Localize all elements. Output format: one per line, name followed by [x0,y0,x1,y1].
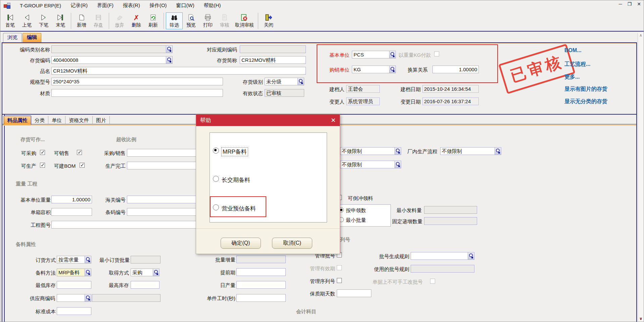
subtab-unit[interactable]: 单位 [48,116,65,125]
lookup-icon[interactable] [85,294,91,301]
trade-unit-field[interactable]: KG [352,66,396,73]
lookup-icon[interactable] [395,161,401,168]
base-weight-field[interactable]: 1.00000 [51,196,92,203]
factory-flow-field[interactable]: 不做限制 [440,147,501,155]
long-lead-option-label[interactable]: 长交期备料 [222,176,250,184]
menu-report[interactable]: 报表(R) [123,2,140,9]
menu-record[interactable]: 记录(R) [71,2,88,9]
more-link[interactable]: 更多... [564,74,580,81]
menu-tgroup-erp[interactable]: T-GROUP ERP(E) [20,3,61,8]
process-flow-link[interactable]: 工艺流程... [564,61,590,68]
can-produce-checkbox[interactable] [40,163,45,168]
std-cost-field[interactable] [57,307,91,315]
lookup-icon[interactable] [389,66,396,73]
lead-time-field[interactable] [236,268,286,276]
drawing-field[interactable] [51,221,200,229]
max-inventory-field[interactable] [131,281,159,289]
lookup-icon[interactable] [166,56,172,64]
first-record-button[interactable]: 首笔 [2,12,18,29]
base-unit-field[interactable]: PCS [352,51,396,58]
daily-output-field[interactable] [236,281,286,289]
conversion-field[interactable]: 1.00000 [432,66,479,73]
lookup-icon[interactable] [85,269,91,276]
subtab-picture[interactable]: 图片 [93,116,110,125]
tab-edit[interactable]: 编辑 [22,33,41,42]
prod-finish-field[interactable] [127,162,200,169]
show-with-picture-link[interactable]: 显示有图片的存货 [564,86,607,93]
last-record-button[interactable]: 末笔 [52,12,69,29]
preview-button[interactable]: 预览 [183,12,199,29]
menu-operation[interactable]: 操作(O) [149,2,167,9]
tab-browse[interactable]: 浏览 [3,33,22,42]
can-sale-checkbox[interactable] [77,150,82,155]
menu-window[interactable]: 窗口(W) [176,2,194,9]
restore-button[interactable]: ❐ [628,1,632,7]
cancel-button[interactable]: 取消(C) [272,238,312,249]
vertical-scrollbar[interactable] [638,33,644,322]
manage-validity-label: 管理有效期 [302,266,335,272]
lookup-icon[interactable] [468,252,474,259]
print-button[interactable]: 打印 [199,12,216,29]
mrp-option-label[interactable]: MRP备料 [222,148,248,156]
lookup-icon[interactable] [153,269,159,276]
customs-field[interactable] [127,196,200,203]
manage-serial-checkbox[interactable] [337,278,342,283]
rule-code-field[interactable] [240,45,306,53]
min-batch-label: 最小批量 [346,217,366,224]
purchase-sale-field[interactable] [127,149,200,157]
unit-hours-field[interactable] [236,294,286,302]
subtab-item-attributes[interactable]: 料品属性 [4,116,31,125]
stock-method-field[interactable]: MRP备料 [57,269,91,276]
inventory-code-field[interactable]: 400400008 [51,56,173,64]
mrp-option-radio[interactable] [213,148,219,154]
show-unclassified-link[interactable]: 显示无分类的存货 [564,98,607,105]
close-form-button[interactable]: 关闭 [260,12,277,29]
can-purchase-checkbox[interactable] [40,150,45,155]
next-record-button[interactable]: 下笔 [35,12,52,29]
material-field[interactable] [51,89,223,97]
order-mode-field[interactable]: 按需求量 [57,256,91,264]
batch-rule-field[interactable] [411,252,474,260]
ok-button[interactable]: 确定(Q) [221,238,261,249]
lookup-icon[interactable] [166,46,172,53]
lookup-icon[interactable] [495,148,501,155]
box-volume-field[interactable] [51,208,92,216]
inventory-level-field[interactable]: 未分级 [265,78,304,85]
help-dialog-titlebar[interactable]: 帮助 ✕ [196,115,340,126]
menu-interface[interactable]: 界面(F) [97,2,113,9]
limit1-field[interactable]: 不做限制 [340,147,401,155]
lookup-icon[interactable] [85,256,91,263]
spec-field[interactable]: 250*240*35 [51,78,223,85]
supplier-field[interactable] [57,294,91,302]
dialog-close-icon[interactable]: ✕ [331,117,336,124]
min-inventory-field[interactable] [57,281,91,289]
bom-link[interactable]: BOM... [564,47,582,53]
purchase-sale-label: 采购/销售 [92,150,126,157]
product-name-field[interactable]: CR12MOV精料 [51,67,306,75]
limit2-field[interactable]: 不做限制 [340,161,401,168]
lookup-icon[interactable] [389,51,396,58]
coding-category-field[interactable] [51,45,173,53]
prev-record-button[interactable]: 上笔 [18,12,35,29]
delete-button[interactable]: ✗ 删除 [128,12,145,29]
inventory-short-field[interactable]: CR12MOV精料 [240,56,306,64]
menu-help[interactable]: 帮助(H) [204,2,221,9]
barcode-field[interactable] [127,208,200,216]
can-bom-checkbox[interactable] [80,163,85,168]
refresh-button[interactable]: 刷新 [145,12,162,29]
long-lead-option-radio[interactable] [213,176,219,182]
cancel-audit-button[interactable]: 取消审核 [233,12,256,29]
scroll-down-icon[interactable] [638,316,644,322]
shelf-days-field[interactable] [337,289,371,297]
subtab-qualification[interactable]: 资格文件 [65,116,93,125]
acquire-mode-field[interactable]: 采购 [131,269,159,276]
minimize-button[interactable]: ─ [619,1,622,7]
lookup-icon[interactable] [395,148,401,155]
max-inventory-label: 最高库存 [95,282,129,289]
subtab-classification[interactable]: 分类 [31,116,48,125]
filter-button[interactable]: 筛选 [166,12,183,29]
scroll-up-icon[interactable] [638,33,644,39]
lookup-icon[interactable] [297,78,304,85]
new-button[interactable]: 新增 [73,12,90,29]
close-window-button[interactable]: ✕ [637,1,641,7]
